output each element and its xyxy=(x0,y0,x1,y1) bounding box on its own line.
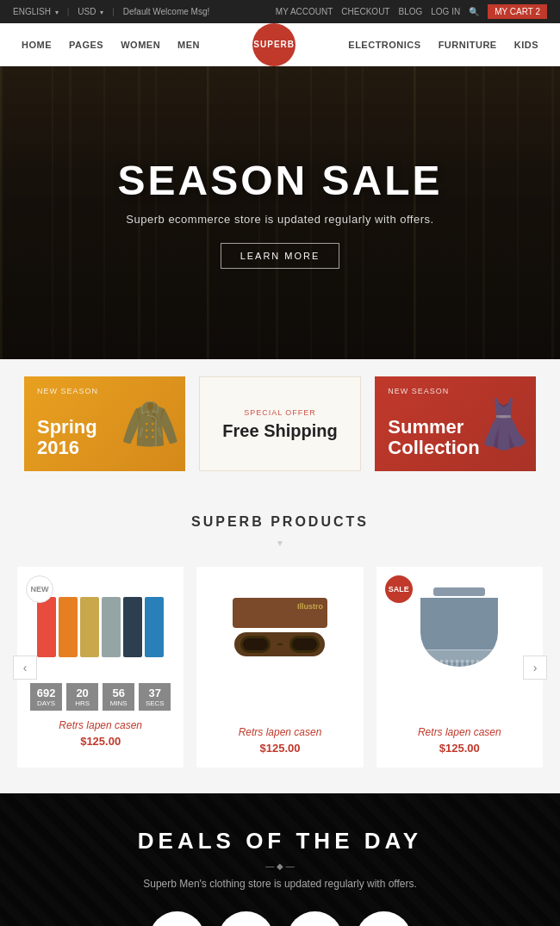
deals-countdown-secs: 56 Secs xyxy=(287,911,343,926)
promo-card-shipping[interactable]: Special Offer Free Shipping xyxy=(199,376,362,471)
promo-person-summer: 👗 xyxy=(474,376,534,471)
products-grid: ‹ New 692 Days xyxy=(17,567,543,768)
product-card-3: Sale Retrs lapen casen $125.00 xyxy=(376,567,543,768)
deals-section: Deals of the Day — ◆ — Superb Men's clot… xyxy=(0,793,560,926)
carousel-prev-button[interactable]: ‹ xyxy=(13,656,37,680)
currency-dropdown-arrow: ▾ xyxy=(100,9,103,16)
deals-countdown: 967 Days 20 Mins 56 Secs 37 Hrs xyxy=(17,911,543,926)
skirt-waistband xyxy=(433,587,485,596)
promo-title-shipping: Free Shipping xyxy=(222,421,337,440)
scarf-dark xyxy=(123,597,142,657)
scarf-gold xyxy=(80,597,99,657)
deals-title: Deals of the Day xyxy=(17,828,543,855)
nav-home[interactable]: Home xyxy=(13,40,60,50)
nav-furniture[interactable]: Furniture xyxy=(430,40,506,50)
product-price-1: $125.00 xyxy=(30,735,171,748)
nav-bar: Home Pages Women Men Superb Electronics … xyxy=(0,23,560,66)
countdown-mins-1: 56 Mins xyxy=(103,683,134,711)
separator: | xyxy=(67,7,70,16)
promo-card-summer[interactable]: New Season SummerCollection 👗 xyxy=(375,376,536,471)
promo-title-summer: SummerCollection xyxy=(388,417,479,458)
scarf-red xyxy=(37,597,56,657)
deals-divider: — ◆ — xyxy=(17,861,543,871)
products-section-title: Superb Products xyxy=(17,514,543,530)
promo-card-spring[interactable]: New Season Spring2016 🧥 xyxy=(24,376,185,471)
nav-kids[interactable]: Kids xyxy=(506,40,547,50)
hero-title: Season Sale xyxy=(117,157,442,204)
deals-countdown-hrs: 37 Hrs xyxy=(356,911,412,926)
scarf-blue xyxy=(145,597,164,657)
promo-title-spring: Spring2016 xyxy=(37,417,97,458)
deals-countdown-mins: 20 Mins xyxy=(218,911,274,926)
promo-tag-spring: New Season xyxy=(37,387,98,395)
logo[interactable]: Superb xyxy=(252,23,296,66)
product-card-2: Illustro Retrs lapen casen $125.00 xyxy=(196,567,363,768)
glasses-container: Illustro xyxy=(233,598,327,656)
product-badge-sale: Sale xyxy=(385,575,413,603)
search-icon[interactable]: 🔍 xyxy=(469,7,479,16)
promo-tag-summer: New Season xyxy=(388,387,449,395)
promo-section: New Season Spring2016 🧥 Special Offer Fr… xyxy=(0,359,560,488)
deals-countdown-days: 967 Days xyxy=(149,911,205,926)
separator2: | xyxy=(112,7,115,16)
checkout-link[interactable]: Checkout xyxy=(341,7,389,16)
welcome-message: Default Welcome Msg! xyxy=(123,7,209,16)
product-price-2: $125.00 xyxy=(209,742,350,755)
section-divider xyxy=(17,534,543,550)
nav-women[interactable]: Women xyxy=(112,40,169,50)
hero-content: Season Sale Superb ecommerce store is up… xyxy=(117,157,442,269)
product-card-1: New 692 Days 20 Hrs xyxy=(17,567,184,768)
deals-subtitle: Superb Men's clothing store is updated r… xyxy=(17,878,543,890)
my-account-link[interactable]: My Account xyxy=(276,7,333,16)
product-badge-new: New xyxy=(26,575,53,603)
nav-pages[interactable]: Pages xyxy=(60,40,112,50)
top-bar-left: English ▾ | USD ▾ | Default Welcome Msg! xyxy=(13,7,209,16)
hero-subtitle: Superb ecommerce store is updated regula… xyxy=(117,213,442,226)
nav-links-right: Electronics Furniture Kids xyxy=(339,40,547,50)
blog-link[interactable]: Blog xyxy=(398,7,422,16)
sunglasses xyxy=(234,632,325,656)
countdown-hrs-1: 20 Hrs xyxy=(66,683,98,711)
login-link[interactable]: Log In xyxy=(431,7,460,16)
product-image-2: Illustro xyxy=(209,580,350,674)
promo-person-spring: 🧥 xyxy=(121,376,181,471)
product-name-2: Retrs lapen casen xyxy=(209,726,350,738)
cart-button[interactable]: My Cart 2 xyxy=(488,4,547,19)
nav-men[interactable]: Men xyxy=(169,40,208,50)
countdown-secs-1: 37 Secs xyxy=(139,683,171,711)
hero-banner: Season Sale Superb ecommerce store is up… xyxy=(0,66,560,359)
skirt-pattern xyxy=(425,660,494,667)
skirt-body xyxy=(420,598,498,667)
scarf-orange xyxy=(59,597,78,657)
product-countdown-1: 692 Days 20 Hrs 56 Mins 37 Secs xyxy=(30,683,171,711)
skirt-container xyxy=(420,587,498,667)
currency-selector[interactable]: USD ▾ xyxy=(78,7,103,16)
hero-learn-more-button[interactable]: Learn More xyxy=(221,243,340,269)
language-selector[interactable]: English ▾ xyxy=(13,7,59,16)
top-bar-right: My Account Checkout Blog Log In 🔍 My Car… xyxy=(276,4,547,19)
scarves-image xyxy=(37,597,164,657)
glasses-case: Illustro xyxy=(233,598,327,628)
product-name-3: Retrs lapen casen xyxy=(389,726,530,738)
products-section: Superb Products ‹ New 692 xyxy=(0,488,560,793)
scarf-gray xyxy=(102,597,121,657)
language-dropdown-arrow: ▾ xyxy=(55,9,59,16)
top-bar: English ▾ | USD ▾ | Default Welcome Msg!… xyxy=(0,0,560,23)
countdown-days-1: 692 Days xyxy=(30,683,62,711)
nav-links-left: Home Pages Women Men xyxy=(13,40,208,50)
product-price-3: $125.00 xyxy=(389,742,530,755)
product-name-1: Retrs lapen casen xyxy=(30,719,171,731)
promo-tag-shipping: Special Offer xyxy=(244,408,316,417)
carousel-next-button[interactable]: › xyxy=(523,656,547,680)
nav-electronics[interactable]: Electronics xyxy=(339,40,429,50)
